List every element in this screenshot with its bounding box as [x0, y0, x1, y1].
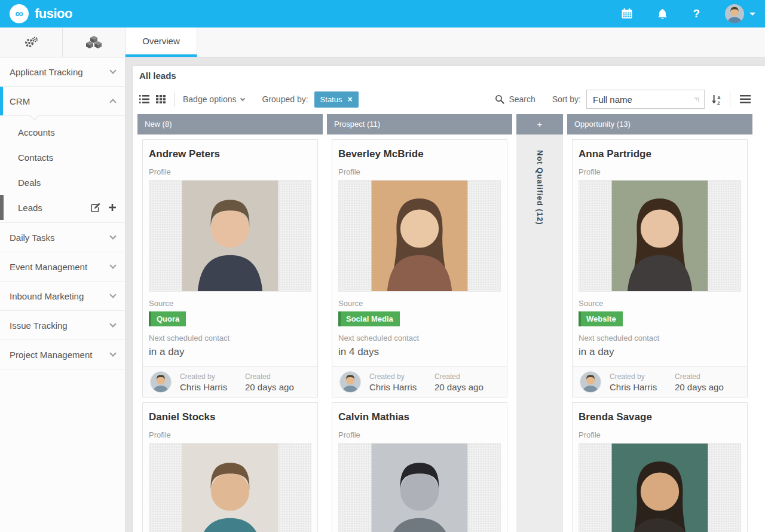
badge-options-dropdown[interactable]: Badge options — [183, 94, 244, 104]
chevron-down-icon — [109, 233, 116, 239]
grouped-by-label: Grouped by: — [262, 94, 308, 104]
sidebar-item-leads[interactable]: Leads — [0, 195, 125, 220]
group-chip-label: Status — [320, 95, 342, 104]
sidebar-item-issue-tracking[interactable]: Issue Tracking — [0, 311, 125, 340]
help-icon[interactable]: ? — [693, 7, 700, 20]
profile-field-label: Profile — [149, 167, 311, 176]
sort-direction-icon[interactable]: A Z — [711, 94, 721, 105]
search-button[interactable]: Search — [495, 94, 535, 104]
sidebar-item-label: Applicant Tracking — [10, 67, 83, 77]
next-contact-label: Next scheduled contact — [149, 334, 311, 343]
sidebar-item-daily-tasks[interactable]: Daily Tasks — [0, 223, 125, 252]
tab-apps[interactable] — [63, 27, 126, 57]
brand-logo-icon: ∞ — [10, 4, 29, 23]
card-footer: Created by Chris Harris Created 20 days … — [143, 366, 317, 397]
chevron-down-icon — [109, 291, 116, 298]
tab-bar: Overview — [0, 27, 765, 57]
sidebar-item-inbound-marketing[interactable]: Inbound Marketing — [0, 282, 125, 311]
add-record-icon[interactable] — [108, 203, 117, 212]
lead-name: Beverley McBride — [338, 148, 501, 160]
collapsed-column-title: Not Qualified (12) — [536, 150, 544, 532]
top-bar: ∞ fusioo ? — [0, 0, 765, 27]
toolbar-divider — [174, 91, 175, 107]
lead-name: Calvin Mathias — [338, 411, 501, 423]
crm-submenu: Accounts Contacts Deals Leads — [0, 116, 125, 223]
lead-name: Anna Partridge — [579, 148, 741, 160]
tab-settings[interactable] — [0, 27, 63, 57]
creator-avatar — [150, 371, 172, 393]
group-chip-status[interactable]: Status × — [314, 91, 359, 108]
created-value: 20 days ago — [434, 382, 500, 392]
sidebar-item-contacts[interactable]: Contacts — [0, 145, 125, 170]
created-label: Created — [675, 372, 740, 381]
sidebar-item-event-management[interactable]: Event Management — [0, 252, 125, 282]
board-menu-icon[interactable] — [740, 95, 751, 103]
notifications-bell-icon[interactable] — [657, 8, 668, 20]
sidebar-item-label: Daily Tasks — [10, 233, 55, 243]
lead-card[interactable]: Anna Partridge Profile — [572, 139, 748, 398]
sort-field-select[interactable]: Full name — [586, 90, 705, 109]
lead-card[interactable]: Beverley McBride Profile — [332, 139, 507, 398]
lead-card[interactable]: Daniel Stocks Profile — [142, 402, 318, 532]
column-not-qualified-collapsed: + Not Qualified (12) — [516, 114, 563, 532]
column-header[interactable]: New (8) — [137, 114, 323, 134]
sidebar-item-deals[interactable]: Deals — [0, 170, 125, 195]
list-view-icon[interactable] — [139, 95, 149, 103]
select-grip-icon — [694, 97, 699, 102]
creator-avatar — [339, 371, 361, 393]
badge-options-label: Badge options — [183, 94, 237, 104]
expand-column-button[interactable]: + — [516, 114, 563, 134]
creator-avatar — [580, 371, 601, 393]
sidebar-item-applicant-tracking[interactable]: Applicant Tracking — [0, 57, 125, 87]
profile-field-label: Profile — [579, 430, 741, 439]
brand-logo[interactable]: ∞ fusioo — [10, 4, 72, 23]
remove-group-icon[interactable]: × — [347, 95, 352, 103]
calendar-icon[interactable] — [622, 8, 632, 19]
sidebar-item-project-management[interactable]: Project Management — [0, 340, 125, 369]
card-footer: Created by Chris Harris Created 20 days … — [332, 366, 507, 397]
sidebar-item-label: Project Management — [10, 350, 92, 360]
svg-text:A: A — [717, 94, 721, 100]
sidebar-item-accounts[interactable]: Accounts — [0, 120, 125, 145]
collapsed-column-body[interactable]: Not Qualified (12) — [516, 134, 563, 532]
user-menu-caret-icon — [749, 13, 755, 16]
column-opportunity: Opportunity (13) Anna Partridge Profile — [567, 114, 752, 532]
lead-photo — [579, 180, 741, 292]
lead-card[interactable]: Calvin Mathias Profile — [332, 402, 507, 532]
board-toolbar: Badge options Grouped by: Status × — [139, 89, 764, 109]
next-contact-label: Next scheduled contact — [338, 334, 501, 343]
tab-overview[interactable]: Overview — [126, 27, 197, 57]
column-prospect: Prospect (11) Beverley McBride Profile — [327, 114, 512, 532]
next-contact-value: in a day — [149, 346, 311, 358]
user-menu[interactable] — [725, 4, 755, 23]
created-by-value: Chris Harris — [180, 382, 245, 392]
created-by-label: Created by — [610, 372, 675, 381]
created-label: Created — [245, 372, 310, 381]
gears-icon — [23, 36, 39, 48]
sidebar-item-label: Contacts — [18, 152, 53, 163]
sidebar-item-crm[interactable]: CRM — [0, 87, 125, 116]
search-icon — [495, 94, 504, 104]
search-label: Search — [509, 94, 535, 104]
sidebar-item-label: Accounts — [18, 127, 55, 137]
profile-field-label: Profile — [338, 430, 501, 439]
user-avatar — [725, 4, 744, 23]
lead-card[interactable]: Andrew Peters Profile — [142, 139, 318, 398]
column-header[interactable]: Opportunity (13) — [567, 114, 752, 134]
source-field-label: Source — [149, 299, 311, 308]
grid-view-icon[interactable] — [156, 95, 166, 103]
lead-card[interactable]: Brenda Savage Profile — [572, 402, 748, 532]
column-header[interactable]: Prospect (11) — [327, 114, 512, 134]
source-badge: Social Media — [338, 311, 400, 326]
created-by-label: Created by — [369, 372, 434, 381]
chevron-down-icon — [240, 96, 244, 100]
lead-photo — [338, 443, 501, 532]
sidebar-item-label: Leads — [18, 203, 42, 213]
edit-app-icon[interactable] — [91, 203, 101, 212]
main-area: All leads — [126, 57, 765, 532]
profile-field-label: Profile — [149, 430, 311, 439]
page-title: All leads — [139, 71, 765, 81]
profile-field-label: Profile — [579, 167, 741, 176]
lead-photo — [338, 180, 501, 292]
created-by-value: Chris Harris — [369, 382, 434, 392]
